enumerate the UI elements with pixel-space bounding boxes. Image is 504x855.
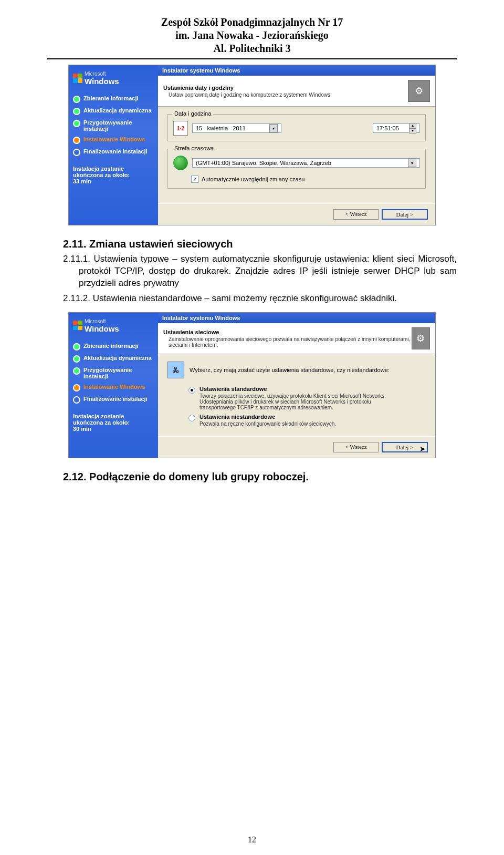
radio-icon (188, 415, 195, 421)
globe-icon (173, 156, 188, 170)
installer-sidebar: Microsoft Windows Zbieranie informacjiAk… (69, 65, 158, 225)
installer-step: Instalowanie Windows (73, 136, 154, 144)
installer-sidebar: Microsoft Windows Zbieranie informacjiAk… (69, 313, 158, 458)
radio-standard-settings[interactable]: Ustawienia standardoweTworzy połączenia … (188, 386, 426, 410)
step-dot-icon (73, 108, 80, 115)
dialog-header-subtitle: Zainstalowanie oprogramowania sieciowego… (163, 336, 412, 348)
page-number: 12 (0, 835, 504, 844)
calendar-icon: 1·2 (173, 121, 188, 136)
installer-step: Zbieranie informacji (73, 343, 154, 351)
time-spinner[interactable]: 17:51:05 ▴ ▾ (373, 123, 420, 133)
dialog-header-subtitle: Ustaw poprawną datę i godzinę na kompute… (163, 92, 332, 98)
network-computers-icon: 🖧 (167, 362, 184, 378)
installer-step: Finalizowanie instalacji (73, 396, 154, 404)
spinner-down-icon[interactable]: ▾ (409, 128, 416, 133)
brand-small: Microsoft (85, 71, 106, 77)
windows-flag-icon (73, 74, 82, 83)
step-dot-icon (73, 396, 80, 404)
installer-step: Instalowanie Windows (73, 384, 154, 392)
step-dot-icon (73, 384, 80, 392)
eta-block: Instalacja zostanie ukończona za około: … (73, 166, 154, 184)
step-label: Zbieranie informacji (83, 343, 139, 349)
step-label: Przygotowywanie instalacji (83, 119, 154, 132)
radio-title: Ustawienia standardowe (200, 386, 388, 392)
step-label: Aktualizacja dynamiczna (83, 107, 152, 114)
network-settings-icon: ⚙ (412, 327, 430, 349)
step-dot-icon (73, 367, 80, 375)
brand-big: Windows (85, 324, 119, 333)
radio-title: Ustawienia niestandardowe (200, 414, 336, 420)
dst-checkbox[interactable]: ✓ Automatycznie uwzględnij zmiany czasu (173, 176, 420, 183)
dialog-titlebar: Instalator systemu Windows (158, 313, 435, 323)
header-line-3: Al. Politechniki 3 (47, 42, 457, 55)
step-label: Zbieranie informacji (83, 95, 139, 101)
step-dot-icon (73, 96, 80, 103)
step-label: Aktualizacja dynamiczna (83, 355, 152, 361)
eta-value: 33 min (73, 178, 91, 184)
header-line-1: Zespół Szkół Ponadgimnazjalnych Nr 17 (47, 16, 457, 29)
group-date-legend: Data i godzina (172, 110, 213, 117)
eta-block: Instalacja zostanie ukończona za około: … (73, 413, 154, 432)
back-button[interactable]: < Wstecz (333, 209, 379, 220)
step-dot-icon (73, 355, 80, 363)
step-dot-icon (73, 343, 80, 351)
installer-step: Finalizowanie instalacji (73, 148, 154, 156)
dialog-header: Ustawienia daty i godziny Ustaw poprawną… (158, 76, 435, 107)
dialog-header-title: Ustawienia daty i godziny (163, 85, 332, 91)
date-dropdown[interactable]: 15 kwietnia 2011 ▾ (192, 123, 281, 133)
windows-logo: Microsoft Windows (73, 318, 154, 333)
header-line-2: im. Jana Nowaka - Jeziorańskiego (47, 29, 457, 42)
step-label: Instalowanie Windows (83, 136, 145, 142)
spinner-up-icon[interactable]: ▴ (409, 123, 416, 128)
installer-step: Przygotowywanie instalacji (73, 367, 154, 379)
installer-step: Aktualizacja dynamiczna (73, 355, 154, 363)
section-2-12-title: 2.12. Podłączenie do domeny lub grupy ro… (63, 471, 457, 483)
network-prompt-text: Wybierz, czy mają zostać użyte ustawieni… (190, 367, 390, 373)
step-dot-icon (73, 149, 80, 156)
dialog-header: Ustawienia sieciowe Zainstalowanie oprog… (158, 323, 435, 354)
radio-icon (188, 387, 195, 394)
step-dot-icon (73, 137, 80, 144)
radio-description: Tworzy połączenia sieciowe, używając pro… (200, 393, 388, 410)
eta-value: 30 min (73, 426, 91, 432)
timezone-dropdown[interactable]: (GMT+01:00) Sarajewo, Skopie, Warszawa, … (192, 158, 420, 168)
eta-label: Instalacja zostanie ukończona za około: (73, 413, 130, 426)
brand-big: Windows (85, 77, 119, 86)
group-tz-legend: Strefa czasowa (172, 145, 216, 151)
brand-small: Microsoft (85, 318, 106, 324)
installer-step: Aktualizacja dynamiczna (73, 107, 154, 115)
group-timezone: Strefa czasowa (GMT+01:00) Sarajewo, Sko… (167, 149, 426, 189)
step-label: Finalizowanie instalacji (83, 148, 148, 154)
screenshot-datetime-settings: Microsoft Windows Zbieranie informacjiAk… (68, 65, 436, 225)
radio-custom-settings[interactable]: Ustawienia niestandardowePozwala na ręcz… (188, 414, 426, 427)
dropdown-arrow-icon[interactable]: ▾ (269, 124, 278, 132)
document-header: Zespół Szkół Ponadgimnazjalnych Nr 17 im… (47, 16, 457, 55)
eta-label: Instalacja zostanie ukończona za około: (73, 166, 130, 178)
dialog-titlebar: Instalator systemu Windows (158, 65, 435, 76)
step-label: Przygotowywanie instalacji (83, 367, 154, 379)
header-rule (47, 58, 457, 59)
radio-description: Pozwala na ręczne konfigurowanie składni… (200, 421, 336, 427)
step-label: Instalowanie Windows (83, 384, 145, 390)
windows-flag-icon (73, 321, 82, 330)
installer-step: Przygotowywanie instalacji (73, 119, 154, 132)
screenshot-network-settings: Microsoft Windows Zbieranie informacjiAk… (68, 312, 436, 458)
windows-logo: Microsoft Windows (73, 70, 154, 86)
next-button[interactable]: Dalej > (382, 209, 428, 220)
mouse-cursor-icon: ➤ (419, 445, 426, 454)
back-button[interactable]: < Wstecz (333, 442, 379, 452)
installer-step: Zbieranie informacji (73, 95, 154, 103)
step-dot-icon (73, 120, 80, 127)
section-2-11-2-text: 2.11.2. Ustawienia niestandardowe – sami… (47, 293, 457, 305)
section-2-11-title: 2.11. Zmiana ustawień sieciowych (63, 238, 457, 250)
step-label: Finalizowanie instalacji (83, 396, 148, 402)
dropdown-arrow-icon[interactable]: ▾ (408, 159, 416, 167)
section-2-11-1-text: 2.11.1. Ustawienia typowe – system autom… (47, 253, 457, 290)
dst-checkbox-label: Automatycznie uwzględnij zmiany czasu (202, 176, 304, 182)
group-date-time: Data i godzina 1·2 15 kwietnia 2011 ▾ (167, 114, 426, 141)
clock-settings-icon: ⚙ (408, 80, 430, 102)
checkbox-icon: ✓ (191, 176, 198, 183)
dialog-header-title: Ustawienia sieciowe (163, 329, 412, 335)
